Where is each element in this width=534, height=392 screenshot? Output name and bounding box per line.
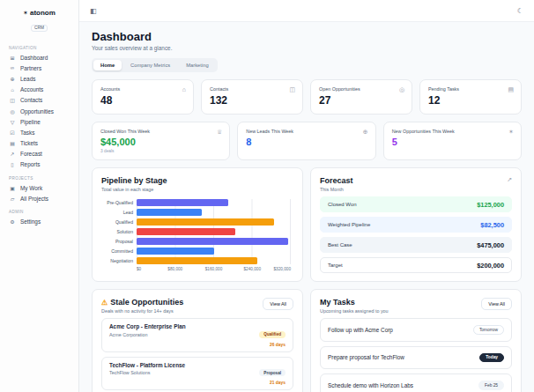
stat-card-pending-tasks: Pending Tasks 12 ▤ xyxy=(419,79,522,115)
target-icon: ◎ xyxy=(399,86,404,93)
sidebar-item-all-projects[interactable]: ▱All Projects xyxy=(0,193,78,203)
chart-track xyxy=(137,199,291,206)
stage-badge: Proposal xyxy=(259,369,286,376)
tasks-panel-subtitle: Upcoming tasks assigned to you xyxy=(320,308,389,314)
sidebar-item-label: Reports xyxy=(20,161,40,167)
stale-view-all-button[interactable]: View All xyxy=(263,298,293,310)
page-title: Dashboard xyxy=(92,30,522,43)
forecast-value: $125,000 xyxy=(477,201,504,209)
topbar: ◧ ☾ xyxy=(79,0,534,22)
chart-bar-qualified xyxy=(137,218,274,226)
contacts-icon: ◫ xyxy=(9,97,16,103)
chart-bar-lead xyxy=(137,209,202,216)
sidebar-item-reports[interactable]: ▯Reports xyxy=(0,159,78,170)
forecast-row-target: Target $200,000 xyxy=(320,257,512,273)
stat-value: 27 xyxy=(319,94,404,107)
task-item-schedule-demo-horizon[interactable]: Schedule demo with Horizon Labs Feb 25 xyxy=(320,374,512,392)
card-label: New Leads This Week xyxy=(246,129,367,134)
chart-bar-proposal xyxy=(137,238,288,245)
chart-track xyxy=(137,238,291,245)
sidebar-item-settings[interactable]: ⚙Settings xyxy=(0,216,78,226)
sidebar-item-contacts[interactable]: ◫Contacts xyxy=(0,95,78,106)
sidebar-item-leads[interactable]: ⊕Leads xyxy=(0,73,78,84)
chart-row: Solution xyxy=(101,228,293,235)
all-projects-icon: ▱ xyxy=(9,196,16,202)
stale-item-acme[interactable]: Acme Corp - Enterprise Plan Acme Corpora… xyxy=(101,318,293,352)
stale-days: 21 days xyxy=(259,381,286,385)
chart-category-label: Proposal xyxy=(101,239,137,244)
tasks-view-all-button[interactable]: View All xyxy=(481,298,512,310)
sidebar-item-dashboard[interactable]: ⊞Dashboard xyxy=(0,52,78,63)
tab-home[interactable]: Home xyxy=(93,60,122,70)
opportunity-name: TechFlow - Platform License xyxy=(109,362,185,368)
dashboard-icon: ⊞ xyxy=(9,55,16,61)
stale-panel-subtitle: Deals with no activity for 14+ days xyxy=(101,308,183,314)
opportunity-name: Acme Corp - Enterprise Plan xyxy=(109,323,186,329)
theme-toggle-icon[interactable]: ☾ xyxy=(517,7,523,15)
my-tasks-panel: My Tasks Upcoming tasks assigned to you … xyxy=(310,289,522,392)
trophy-icon: ♕ xyxy=(217,129,222,136)
sidebar-item-opportunities[interactable]: ◎Opportunities xyxy=(0,106,78,116)
pipeline-panel-subtitle: Total value in each stage xyxy=(101,187,167,192)
opportunity-company: TechFlow Solutions xyxy=(109,370,185,375)
sidebar-item-label: Accounts xyxy=(20,86,43,92)
chart-track xyxy=(137,218,291,226)
stat-card-open-opportunities: Open Opportunities 27 ◎ xyxy=(310,79,412,115)
brand-logo: ✶ atonom CRM xyxy=(0,6,78,40)
forecast-value: $475,000 xyxy=(477,241,504,249)
task-item-follow-up-acme[interactable]: Follow up with Acme Corp Tomorrow xyxy=(320,318,512,342)
sidebar-item-pipeline[interactable]: ▽Pipeline xyxy=(0,116,78,127)
chart-tick-label: $240,000 xyxy=(243,267,261,271)
sidebar-item-partners[interactable]: ∞Partners xyxy=(0,63,78,73)
stat-value: 48 xyxy=(100,94,185,107)
forecast-panel: Forecast This Month ↗ Closed Won $125,00… xyxy=(310,167,522,282)
chart-bar-solution xyxy=(137,228,235,235)
chart-category-label: Qualified xyxy=(101,219,137,225)
card-new-opportunities-week: New Opportunities This Week 5 ✶ xyxy=(383,122,522,160)
sidebar-item-tasks[interactable]: ☑Tasks xyxy=(0,127,78,137)
sidebar-item-accounts[interactable]: ⌂Accounts xyxy=(0,85,78,95)
chart-track xyxy=(137,257,291,264)
sparkle-icon: ✶ xyxy=(508,129,514,136)
chart-category-label: Solution xyxy=(101,229,137,234)
chart-track xyxy=(137,209,291,216)
tab-company-metrics[interactable]: Company Metrics xyxy=(123,60,177,70)
card-closed-won-week: Closed Won This Week $45,000 3 deals ♕ xyxy=(92,122,230,160)
sidebar-item-label: Opportunities xyxy=(20,108,54,115)
sidebar-item-label: Leads xyxy=(20,76,35,82)
opportunity-company: Acme Corporation xyxy=(109,332,186,337)
forecast-row-weighted-pipeline: Weighted Pipeline $82,500 xyxy=(320,217,512,233)
task-item-prepare-proposal-techflow[interactable]: Prepare proposal for TechFlow Today xyxy=(320,346,512,370)
chart-bar-negotiation xyxy=(137,257,257,264)
task-due-badge: Feb 25 xyxy=(478,381,504,390)
forecast-value: $200,000 xyxy=(477,262,504,270)
forecast-value: $82,500 xyxy=(480,221,504,229)
sidebar-item-label: Tickets xyxy=(20,140,38,146)
chart-category-label: Pre-Qualified xyxy=(101,200,137,205)
people-icon: ◫ xyxy=(289,86,295,93)
task-due-badge: Today xyxy=(479,353,504,363)
chart-row: Pre-Qualified xyxy=(101,199,293,206)
user-plus-icon: ⊕ xyxy=(363,129,368,136)
trend-up-icon: ↗ xyxy=(507,176,512,183)
sidebar-item-forecast[interactable]: ↗Forecast xyxy=(0,149,78,159)
sidebar-item-label: Tasks xyxy=(20,129,34,136)
forecast-label: Target xyxy=(328,263,343,268)
sidebar-item-label: Partners xyxy=(20,65,41,71)
stale-item-techflow[interactable]: TechFlow - Platform License TechFlow Sol… xyxy=(101,357,293,391)
settings-icon: ⚙ xyxy=(9,218,16,225)
building-icon: ⌂ xyxy=(182,86,186,92)
stale-opportunities-panel: ⚠ Stale Opportunities Deals with no acti… xyxy=(92,289,303,392)
stat-card-contacts: Contacts 132 ◫ xyxy=(201,79,303,115)
sidebar-toggle-icon[interactable]: ◧ xyxy=(90,7,97,15)
forecast-label: Best Case xyxy=(328,242,352,248)
stat-label: Open Opportunities xyxy=(319,86,404,92)
brand-sub-badge: CRM xyxy=(31,25,48,32)
my-work-icon: ▣ xyxy=(9,185,16,191)
sidebar-item-my-work[interactable]: ▣My Work xyxy=(0,182,78,193)
sidebar-item-tickets[interactable]: ▤Tickets xyxy=(0,138,78,149)
card-value: 8 xyxy=(246,137,367,147)
stage-badge: Qualified xyxy=(259,331,286,338)
tab-marketing[interactable]: Marketing xyxy=(179,60,215,70)
forecast-icon: ↗ xyxy=(9,151,16,157)
